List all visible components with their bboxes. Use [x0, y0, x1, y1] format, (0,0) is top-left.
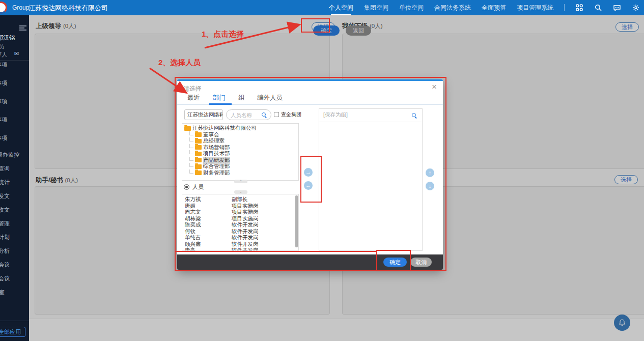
tree-node-project-tech[interactable]: 项目技术部 — [184, 151, 298, 157]
sidebar-item-todo-2[interactable]: 事项 — [0, 79, 29, 87]
search-icon[interactable] — [262, 112, 267, 118]
tree-node-product-rd-selected[interactable]: 产品研发部 — [184, 157, 298, 164]
tree-elbow — [189, 131, 193, 135]
folder-icon — [195, 170, 202, 175]
person-search-input[interactable] — [231, 110, 260, 119]
company-name: 江苏悦达网络科技有限公司 — [29, 4, 108, 13]
sidebar-collapse-icon[interactable] — [19, 25, 26, 32]
nav-unit-space[interactable]: 单位空间 — [399, 0, 424, 15]
search-whole-group-checkbox[interactable] — [274, 112, 279, 117]
modal-top-accent — [177, 79, 443, 81]
move-left-button[interactable]: ← — [304, 181, 313, 190]
sidebar-user-count: 27人 — [0, 51, 7, 59]
sidebar-item-meeting-2[interactable]: 会议 — [0, 275, 29, 282]
company-logo-icon — [0, 2, 7, 14]
mail-icon[interactable]: ✉ — [14, 50, 19, 57]
nav-project-management-system[interactable]: 项目管理系统 — [517, 0, 553, 15]
person-role: 项目实施岗 — [232, 203, 259, 209]
person-list: 朱万祺副部长 唐媚项目实施岗 周志文项目实施岗 胡栋梁项目实施岗 陈奕成软件开发… — [182, 194, 299, 251]
nav-contract-legal-system[interactable]: 合同法务系统 — [434, 0, 471, 15]
sidebar-user-name: 邓汉铭 — [0, 34, 15, 42]
folder-icon — [195, 145, 202, 150]
settings-gear-icon[interactable] — [632, 4, 640, 12]
org-dropdown[interactable]: 江苏悦达网络科.. — [184, 109, 223, 120]
tab-group[interactable]: 组 — [238, 94, 245, 102]
save-as-group-input[interactable] — [323, 111, 400, 118]
sidebar-footer-divider — [0, 321, 29, 321]
tree-node-general-admin[interactable]: 综合管理部 — [184, 163, 298, 170]
sidebar-item-outgoing-doc[interactable]: 发文 — [0, 192, 29, 200]
person-row[interactable]: 顾兴鑫软件开发岗 — [182, 241, 298, 247]
nav-personal-space[interactable]: 个人空间 — [329, 0, 353, 15]
person-radio-row: 人员 — [184, 183, 204, 191]
sidebar-item-plan[interactable]: 计划 — [0, 234, 29, 241]
person-row[interactable]: 何钦软件开发岗 — [182, 228, 298, 235]
modal-cancel-button[interactable]: 取消 — [410, 258, 432, 267]
modal-footer: 确定 取消 — [177, 254, 443, 270]
close-icon[interactable]: × — [432, 82, 437, 92]
person-row[interactable]: 朱万祺副部长 — [182, 196, 298, 203]
move-up-button[interactable]: ↑ — [426, 168, 434, 177]
tab-external-staff[interactable]: 编外人员 — [257, 94, 283, 102]
tree-root[interactable]: 江苏悦达网络科技有限公司 — [184, 125, 298, 132]
tree-node-marketing[interactable]: 市场营销部 — [184, 145, 298, 151]
person-row[interactable]: 唐亮软件开发岗 — [182, 247, 298, 251]
nav-divider — [564, 4, 565, 11]
person-row[interactable]: 唐媚项目实施岗 — [182, 203, 298, 209]
person-row[interactable]: 胡栋梁项目实施岗 — [182, 215, 298, 222]
sidebar-user-role: 员 — [0, 43, 4, 50]
sidebar-item-analysis[interactable]: 分析 — [0, 247, 29, 255]
sidebar-item-supervise[interactable]: 督办监控 — [0, 151, 29, 159]
splitter-handle-down[interactable]: ⌄ — [234, 190, 247, 194]
sidebar-item-meeting-1[interactable]: 会议 — [0, 261, 29, 269]
search-icon[interactable] — [412, 113, 417, 118]
person-role: 副部长 — [232, 196, 248, 203]
person-list-scrollbar[interactable] — [295, 195, 298, 247]
tree-elbow — [189, 144, 193, 148]
tab-department[interactable]: 部门 — [213, 94, 226, 102]
person-row[interactable]: 单纯吉软件开发岗 — [182, 234, 298, 241]
save-as-group-header — [319, 109, 422, 122]
person-name: 朱万祺 — [185, 196, 232, 203]
sidebar-item-statistics[interactable]: 统计 — [0, 179, 29, 186]
person-name: 唐媚 — [185, 203, 232, 209]
sidebar-item-todo-1[interactable]: 事项 — [0, 61, 29, 69]
all-apps-button[interactable]: 全部应用 — [0, 327, 25, 337]
sidebar-item-management[interactable]: 管理 — [0, 220, 29, 228]
splitter-handle-up[interactable]: ⌃ — [234, 180, 247, 183]
tab-recent[interactable]: 最近 — [187, 94, 200, 102]
modal-confirm-button[interactable]: 确定 — [383, 258, 407, 267]
tree-node-finance[interactable]: 财务管理部 — [184, 170, 298, 177]
sidebar-item-room[interactable]: 室 — [0, 289, 29, 296]
person-role: 软件开发岗 — [232, 241, 259, 247]
message-icon[interactable] — [613, 4, 621, 12]
person-select-dialog: 请选择 × 最近 部门 组 编外人员 江苏悦达网络科.. ▼ 查全集团 江苏悦达… — [177, 79, 443, 270]
tree-root-label: 江苏悦达网络科技有限公司 — [192, 125, 257, 132]
sidebar: 邓汉铭 员 27人 ✉ 事项 事项 事项 事项 事项 督办监控 查询 统计 发文… — [0, 15, 29, 341]
modal-title: 请选择 — [183, 84, 202, 93]
folder-icon — [195, 158, 202, 162]
sidebar-item-incoming-doc[interactable]: 收文 — [0, 206, 29, 214]
search-icon[interactable] — [594, 4, 602, 12]
nav-group-space[interactable]: 集团空间 — [364, 0, 388, 15]
sidebar-item-todo-3[interactable]: 事项 — [0, 98, 29, 105]
tree-elbow — [189, 150, 193, 154]
active-tab-underline — [209, 103, 232, 105]
move-down-button[interactable]: ↓ — [426, 182, 434, 190]
sidebar-item-todo-4[interactable]: 事项 — [0, 116, 29, 124]
tree-node-gm-office[interactable]: 总经理室 — [184, 138, 298, 145]
person-radio-selected[interactable] — [184, 184, 189, 190]
tree-node-board[interactable]: 董事会 — [184, 132, 298, 138]
person-row[interactable]: 陈奕成软件开发岗 — [182, 221, 298, 228]
sidebar-item-todo-5[interactable]: 事项 — [0, 134, 29, 142]
brand-label: Group — [12, 4, 29, 11]
person-role: 软件开发岗 — [232, 234, 259, 241]
person-name: 胡栋梁 — [185, 215, 232, 222]
sidebar-item-query[interactable]: 查询 — [0, 165, 29, 173]
move-right-button[interactable]: → — [304, 168, 313, 177]
nav-budget[interactable]: 全面预算 — [482, 0, 506, 15]
person-row[interactable]: 周志文项目实施岗 — [182, 209, 298, 215]
apps-grid-icon[interactable] — [575, 4, 583, 12]
tree-node-label: 财务管理部 — [203, 169, 230, 177]
folder-open-icon — [184, 126, 191, 131]
